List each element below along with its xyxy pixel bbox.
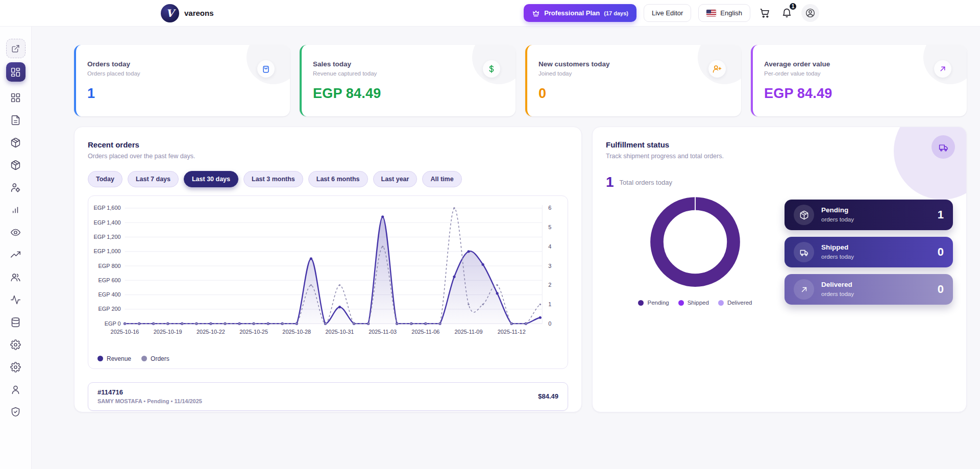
sidebar-item-products[interactable]: [6, 133, 26, 152]
recent-orders-panel: Recent orders Orders placed over the pas…: [74, 127, 582, 412]
user-circle-icon: [805, 8, 816, 18]
legend-dot: [678, 300, 684, 306]
svg-text:EGP 1,600: EGP 1,600: [93, 205, 120, 211]
filter-last-7-days[interactable]: Last 7 days: [128, 171, 179, 187]
sidebar-item-documents[interactable]: [6, 110, 26, 130]
sidebar-item-security[interactable]: [6, 402, 26, 422]
sidebar-item-views[interactable]: [6, 223, 26, 242]
svg-text:2025-11-06: 2025-11-06: [411, 329, 439, 335]
order-list-item[interactable]: #114716 SAMY MOSTAFA • Pending • 11/14/2…: [88, 382, 568, 411]
stat-value: 1: [87, 86, 277, 102]
status-label: Pending: [821, 206, 854, 215]
status-value: 0: [938, 245, 944, 259]
shield-check-icon: [10, 407, 21, 417]
orders-revenue-chart: EGP 0EGP 200EGP 400EGP 600EGP 800EGP 1,0…: [92, 201, 564, 353]
live-editor-button[interactable]: Live Editor: [644, 4, 691, 22]
sidebar-item-reports[interactable]: [6, 200, 26, 219]
donut-legend-delivered[interactable]: Delivered: [718, 300, 752, 306]
svg-text:EGP 1,400: EGP 1,400: [93, 219, 120, 226]
filter-last-year[interactable]: Last year: [373, 171, 418, 187]
order-meta: SAMY MOSTAFA • Pending • 11/14/2025: [97, 398, 202, 404]
sidebar-item-activity[interactable]: [6, 290, 26, 309]
user-plus-badge: [708, 60, 726, 78]
svg-text:5: 5: [548, 224, 551, 230]
file-text-icon: [10, 115, 21, 126]
status-card-delivered: Delivered orders today 0: [785, 274, 953, 305]
sidebar-item-growth[interactable]: [6, 245, 26, 264]
svg-text:EGP 800: EGP 800: [99, 263, 121, 269]
svg-text:2025-10-16: 2025-10-16: [111, 329, 139, 335]
sidebar-item-inventory[interactable]: [6, 155, 26, 175]
sidebar-item-data[interactable]: [6, 312, 26, 332]
order-amount: $84.49: [538, 392, 558, 400]
shopping-bag-badge: [257, 60, 275, 78]
arrow-up-right-badge: [934, 60, 951, 78]
sidebar-item-dashboard[interactable]: [6, 62, 26, 82]
legend-item-orders[interactable]: Orders: [141, 355, 169, 362]
filter-last-6-months[interactable]: Last 6 months: [308, 171, 368, 187]
stat-card-new-customers-today: New customers todayJoined today0: [525, 45, 741, 116]
language-selector[interactable]: English: [698, 4, 750, 22]
sidebar: [0, 27, 32, 469]
stat-subtitle: Revenue captured today: [313, 70, 502, 77]
legend-dot: [141, 356, 147, 361]
plan-button[interactable]: Professional Plan (17 days): [524, 4, 636, 22]
legend-item-revenue[interactable]: Revenue: [97, 355, 131, 362]
svg-text:2025-10-19: 2025-10-19: [154, 329, 182, 335]
donut-legend-pending[interactable]: Pending: [638, 300, 669, 306]
filter-today[interactable]: Today: [88, 171, 122, 187]
sidebar-item-account[interactable]: [6, 380, 26, 399]
cart-button[interactable]: [757, 6, 772, 20]
package-icon: [10, 137, 21, 148]
sidebar-item-launcher[interactable]: [6, 39, 26, 58]
svg-text:2: 2: [548, 282, 551, 288]
plan-days: (17 days): [604, 10, 628, 16]
status-sublabel: orders today: [821, 291, 854, 297]
stat-subtitle: Joined today: [538, 70, 728, 77]
svg-text:6: 6: [548, 205, 551, 211]
shopping-bag-icon: [261, 64, 271, 73]
orders-revenue-chart-svg: EGP 0EGP 200EGP 400EGP 600EGP 800EGP 1,0…: [92, 201, 564, 351]
svg-text:0: 0: [548, 320, 551, 327]
user-circle-icon: [805, 8, 816, 18]
activity-icon: [10, 294, 21, 305]
status-cards: Pending orders today 1 Shipped orders to…: [785, 193, 953, 306]
stat-value: 0: [538, 86, 728, 102]
sidebar-item-settings[interactable]: [6, 335, 26, 354]
svg-text:EGP 400: EGP 400: [99, 291, 121, 298]
svg-text:EGP 600: EGP 600: [99, 277, 121, 283]
notifications-button[interactable]: 1: [779, 6, 794, 20]
external-link-icon: [11, 44, 20, 53]
truck-icon: [938, 142, 949, 153]
legend-dot: [638, 300, 644, 306]
user-cog-icon: [10, 182, 21, 193]
svg-text:2025-11-12: 2025-11-12: [498, 329, 526, 335]
total-orders-value: 1: [606, 174, 614, 190]
svg-text:2025-11-03: 2025-11-03: [369, 329, 397, 335]
package-icon: [10, 160, 21, 170]
trending-up-icon: [10, 250, 21, 260]
donut-legend-shipped[interactable]: Shipped: [678, 300, 709, 306]
stat-value: EGP 84.49: [313, 86, 502, 102]
sidebar-item-staff[interactable]: [6, 178, 26, 197]
svg-text:EGP 1,200: EGP 1,200: [93, 234, 120, 240]
filter-all-time[interactable]: All time: [422, 171, 461, 187]
donut-legend: PendingShippedDelivered: [638, 300, 752, 306]
arrow-up-right-icon: [938, 64, 947, 73]
brand[interactable]: V vareons: [161, 4, 214, 22]
filter-last-3-months[interactable]: Last 3 months: [243, 171, 303, 187]
sidebar-item-customers[interactable]: [6, 267, 26, 287]
status-label: Shipped: [821, 243, 854, 252]
svg-text:1: 1: [548, 301, 551, 307]
svg-text:2025-10-25: 2025-10-25: [239, 329, 268, 335]
filter-last-30-days[interactable]: Last 30 days: [184, 171, 238, 187]
truck-icon: [799, 248, 809, 257]
plan-label: Professional Plan: [544, 9, 600, 17]
sidebar-item-preferences[interactable]: [6, 357, 26, 377]
user-menu-button[interactable]: [801, 4, 819, 22]
status-value: 1: [938, 208, 944, 221]
sidebar-item-widgets[interactable]: [6, 88, 26, 107]
us-flag-icon: [706, 10, 716, 16]
eye-icon: [10, 227, 21, 238]
dollar-badge: [483, 60, 500, 78]
